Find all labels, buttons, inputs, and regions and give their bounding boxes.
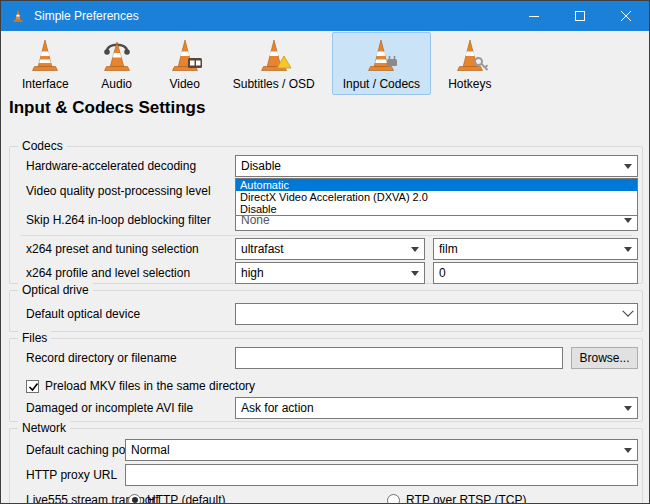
page-title: Input & Codecs Settings (9, 98, 205, 118)
tab-hotkeys-label: Hotkeys (448, 77, 491, 91)
tab-input-codecs-label: Input / Codecs (343, 77, 420, 91)
record-directory-label: Record directory or filename (26, 347, 177, 369)
vlc-cone-icon (10, 8, 26, 24)
checkmark-icon (27, 380, 38, 393)
tab-subtitles-osd[interactable]: Subtitles / OSD (222, 32, 326, 95)
damaged-avi-combo[interactable]: Ask for action (235, 397, 638, 419)
chevron-down-icon (619, 398, 637, 418)
codecs-divider (20, 235, 632, 236)
preferences-toolbar: Interface Audio Video (11, 32, 649, 96)
tab-video[interactable]: Video (154, 32, 216, 95)
tab-audio[interactable]: Audio (86, 32, 148, 95)
http-proxy-input[interactable] (125, 464, 638, 486)
preload-mkv-label: Preload MKV files in the same directory (45, 379, 255, 393)
postproc-label: Video quality post-processing level (26, 180, 211, 202)
radio-unselected-icon[interactable] (387, 494, 400, 504)
chevron-down-icon (619, 156, 637, 176)
tab-audio-label: Audio (101, 77, 132, 91)
tab-video-label: Video (169, 77, 199, 91)
interface-cone-icon (25, 36, 65, 76)
tab-hotkeys[interactable]: Hotkeys (437, 32, 502, 95)
chevron-down-icon (406, 263, 424, 283)
audio-cone-icon (97, 36, 137, 76)
x264-tuning-combo[interactable]: film (433, 238, 638, 260)
browse-button[interactable]: Browse... (571, 347, 638, 369)
codecs-legend: Codecs (18, 139, 67, 153)
network-group: Network Default caching policy Normal HT… (9, 428, 643, 504)
dropdown-item-dxva[interactable]: DirectX Video Acceleration (DXVA) 2.0 (236, 191, 637, 203)
input-codecs-cone-icon (361, 36, 401, 76)
files-group: Files Record directory or filename Brows… (9, 338, 643, 422)
http-proxy-label: HTTP proxy URL (26, 464, 117, 486)
damaged-avi-value: Ask for action (236, 401, 619, 415)
x264-preset-label: x264 preset and tuning selection (26, 238, 199, 260)
window-controls (511, 1, 649, 31)
radio-rtp-over-rtsp-label: RTP over RTSP (TCP) (406, 493, 526, 504)
titlebar: Simple Preferences (1, 1, 649, 31)
hw-decoding-value: Disable (236, 159, 619, 173)
caching-policy-combo[interactable]: Normal (125, 439, 638, 461)
files-legend: Files (18, 331, 51, 345)
video-cone-icon (165, 36, 205, 76)
optical-device-label: Default optical device (26, 303, 140, 325)
x264-profile-value: high (236, 266, 406, 280)
chevron-down-icon (619, 239, 637, 259)
radio-http-default[interactable]: HTTP (default) (128, 489, 225, 504)
record-directory-input[interactable] (235, 347, 563, 369)
chevron-down-icon (406, 239, 424, 259)
tab-interface-label: Interface (22, 77, 69, 91)
damaged-avi-label: Damaged or incomplete AVI file (26, 397, 193, 419)
hw-decoding-combo[interactable]: Disable (235, 155, 638, 177)
optical-device-input[interactable] (236, 304, 619, 324)
x264-preset-value: ultrafast (236, 242, 406, 256)
close-icon (621, 11, 631, 21)
radio-selected-icon[interactable] (128, 494, 141, 504)
network-legend: Network (18, 421, 70, 435)
radio-rtp-over-rtsp[interactable]: RTP over RTSP (TCP) (387, 489, 526, 504)
tab-input-codecs[interactable]: Input / Codecs (332, 32, 431, 95)
window-title: Simple Preferences (34, 9, 139, 23)
close-button[interactable] (603, 1, 649, 31)
optical-drive-legend: Optical drive (18, 283, 93, 297)
caching-policy-value: Normal (126, 443, 619, 457)
skip-deblocking-label: Skip H.264 in-loop deblocking filter (26, 209, 211, 231)
hotkeys-cone-icon (450, 36, 490, 76)
maximize-button[interactable] (557, 1, 603, 31)
preload-mkv-checkbox-row[interactable]: Preload MKV files in the same directory (26, 375, 255, 397)
x264-profile-combo[interactable]: high (235, 262, 425, 284)
preload-mkv-checkbox[interactable] (26, 380, 39, 393)
x264-preset-combo[interactable]: ultrafast (235, 238, 425, 260)
codecs-group: Codecs Hardware-accelerated decoding Dis… (9, 146, 643, 284)
minimize-icon (529, 11, 539, 21)
x264-tuning-value: film (434, 242, 619, 256)
maximize-icon (575, 11, 585, 21)
optical-drive-group: Optical drive Default optical device (9, 290, 643, 332)
chevron-down-icon (619, 440, 637, 460)
subtitles-cone-icon (254, 36, 294, 76)
preferences-window: Simple Preferences Interface (0, 0, 650, 504)
hw-decoding-dropdown: Automatic DirectX Video Acceleration (DX… (235, 178, 638, 216)
tab-subtitles-osd-label: Subtitles / OSD (233, 77, 315, 91)
dropdown-item-automatic[interactable]: Automatic (236, 179, 637, 191)
minimize-button[interactable] (511, 1, 557, 31)
x264-level-input[interactable] (433, 262, 638, 284)
dropdown-item-disable[interactable]: Disable (236, 203, 637, 215)
hw-decoding-label: Hardware-accelerated decoding (26, 155, 196, 177)
x264-profile-label: x264 profile and level selection (26, 262, 190, 284)
optical-device-combo[interactable] (235, 303, 638, 325)
chevron-down-icon (619, 304, 637, 324)
radio-http-default-label: HTTP (default) (147, 493, 225, 504)
tab-interface[interactable]: Interface (11, 32, 80, 95)
